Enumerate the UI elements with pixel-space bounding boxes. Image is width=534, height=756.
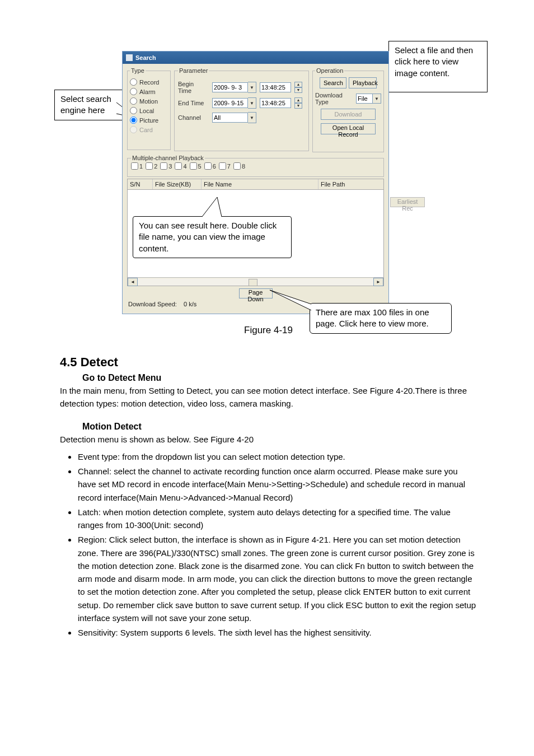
begin-date-picker[interactable]: ▼	[212, 82, 256, 93]
earliest-rec-button: Earliest Rec	[390, 197, 425, 207]
download-speed-value: 0 k/s	[184, 301, 196, 307]
label-channel: Channel	[178, 114, 209, 121]
page-down-button[interactable]: Page Down	[239, 288, 273, 298]
dropdown-icon[interactable]: ▼	[248, 112, 256, 123]
subheading-motion: Motion Detect	[82, 422, 477, 432]
time-spinner[interactable]: ▲▼	[294, 82, 302, 93]
begin-date-input[interactable]	[212, 82, 248, 92]
col-sn[interactable]: S/N	[128, 179, 153, 189]
channel-select[interactable]: ▼	[212, 112, 256, 123]
time-spinner[interactable]: ▲▼	[294, 97, 302, 109]
download-type-label: Download Type	[315, 92, 354, 105]
radio-record[interactable]: Record	[130, 78, 168, 86]
group-operation: Operation Search Playback Download Type …	[312, 67, 384, 152]
list-item: Latch: when motion detection complete, s…	[78, 505, 477, 532]
callout-text: Select search	[60, 94, 121, 105]
list-item: Region: Click select button, the interfa…	[78, 532, 477, 624]
label-end-time: End Time	[178, 100, 209, 106]
callout-text: You can see result here. Double click	[139, 220, 285, 231]
begin-time-input[interactable]	[260, 82, 291, 92]
mcp-ch-3[interactable]: 3	[160, 162, 172, 170]
mcp-ch-1[interactable]: 1	[131, 162, 143, 170]
group-type: Type Record Alarm Motion Local Picture C…	[127, 67, 171, 150]
download-type-select[interactable]: ▼	[356, 94, 381, 104]
callout-text: content.	[139, 243, 285, 254]
document-body: Figure 4-19 4.5 Detect Go to Detect Menu…	[60, 319, 477, 640]
legend: Type	[130, 67, 146, 74]
callout-text: engine here	[60, 105, 121, 116]
bullet-list: Event type: from the dropdown list you c…	[72, 449, 477, 640]
group-parameter: Parameter Begin Time ▼ ▲▼ End Time ▼	[174, 67, 309, 151]
window-title: Search	[135, 54, 156, 61]
callout-text: click here to view	[395, 56, 481, 67]
radio-local[interactable]: Local	[130, 107, 168, 114]
download-button: Download	[321, 109, 376, 120]
legend: Operation	[315, 67, 344, 74]
titlebar: Search	[123, 52, 388, 64]
end-date-picker[interactable]: ▼	[212, 97, 256, 109]
page: Select search engine here Select a file …	[0, 0, 534, 756]
mcp-ch-5[interactable]: 5	[190, 162, 202, 170]
search-button[interactable]: Search	[320, 77, 346, 88]
radio-alarm[interactable]: Alarm	[130, 88, 168, 95]
playback-button[interactable]: Playback	[349, 77, 377, 88]
dropdown-icon[interactable]: ▼	[373, 94, 381, 104]
callout-select-file: Select a file and then click here to vie…	[388, 41, 488, 92]
label-begin-time: Begin Time	[178, 81, 209, 94]
mcp-ch-2[interactable]: 2	[146, 162, 157, 170]
mcp-ch-4[interactable]: 4	[175, 162, 186, 170]
list-item: Channel: select the channel to activate …	[78, 464, 477, 504]
callout-text: There are max 100 files in one	[316, 307, 446, 318]
section-heading: 4.5 Detect	[60, 355, 477, 370]
end-time-input[interactable]	[260, 98, 291, 108]
callout-result-hint: You can see result here. Double click fi…	[133, 216, 292, 258]
paragraph: In the main menu, from Setting to Detect…	[60, 384, 477, 410]
h-scrollbar[interactable]: ◄ ►	[128, 277, 383, 286]
channel-input[interactable]	[212, 113, 248, 123]
scroll-left-icon[interactable]: ◄	[128, 278, 138, 286]
radio-card: Card	[130, 126, 168, 133]
list-item: Event type: from the dropdown list you c…	[78, 449, 477, 463]
mcp-ch-6[interactable]: 6	[204, 162, 216, 170]
radio-motion[interactable]: Motion	[130, 97, 168, 105]
dropdown-icon[interactable]: ▼	[248, 82, 256, 93]
figure-caption: Figure 4-19	[60, 325, 477, 336]
col-filename[interactable]: File Name	[202, 179, 318, 189]
group-multichannel: Multiple-channel Playback 1 2 3 4 5 6 7 …	[127, 155, 384, 177]
mcp-ch-7[interactable]: 7	[219, 162, 231, 170]
subheading-go-menu: Go to Detect Menu	[82, 373, 477, 383]
open-local-record-button[interactable]: Open Local Record	[321, 123, 376, 134]
legend: Multiple-channel Playback	[131, 155, 205, 161]
callout-text: file name, you can view the image	[139, 231, 285, 242]
legend: Parameter	[178, 67, 209, 74]
paragraph: Detection menu is shown as below. See Fi…	[60, 433, 477, 446]
list-item: Sensitivity: System supports 6 levels. T…	[78, 625, 477, 639]
search-window: Search Type Record Alarm Motion Local Pi…	[122, 51, 389, 314]
end-date-input[interactable]	[212, 98, 248, 108]
download-speed-label: Download Speed:	[128, 301, 177, 307]
callout-text: Select a file and then	[395, 45, 481, 56]
scroll-right-icon[interactable]: ►	[373, 278, 383, 286]
callout-text: image content.	[395, 68, 481, 79]
window-icon	[126, 54, 133, 61]
col-filesize[interactable]: File Size(KB)	[153, 179, 202, 189]
radio-picture[interactable]: Picture	[130, 116, 168, 124]
col-filepath[interactable]: File Path	[318, 179, 383, 189]
mcp-ch-8[interactable]: 8	[233, 162, 245, 170]
dropdown-icon[interactable]: ▼	[248, 97, 256, 109]
